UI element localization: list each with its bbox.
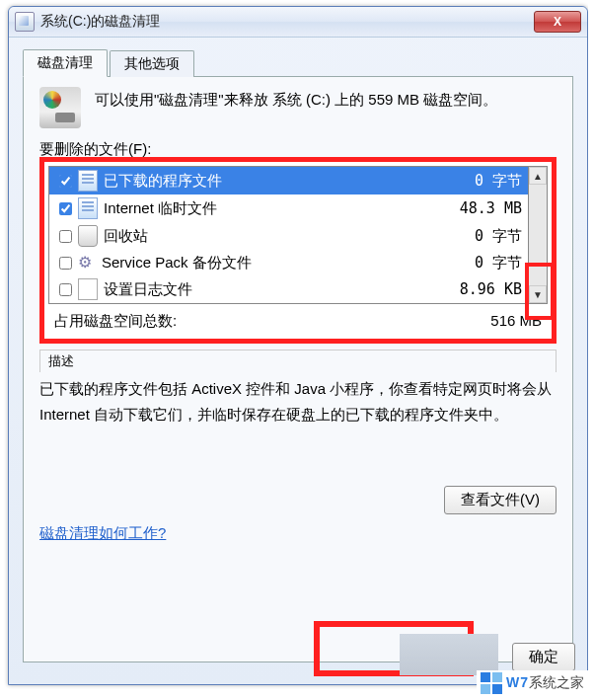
file-row[interactable]: 设置日志文件 8.96 KB	[49, 275, 528, 303]
tab-panel: 可以使用"磁盘清理"来释放 系统 (C:) 上的 559 MB 磁盘空间。 要删…	[23, 76, 573, 662]
file-row[interactable]: 回收站 0 字节	[49, 222, 528, 250]
scrollbar[interactable]: ▲ ▼	[528, 166, 548, 304]
file-size: 48.3 MB	[443, 199, 522, 217]
info-text: 可以使用"磁盘清理"来释放 系统 (C:) 上的 559 MB 磁盘空间。	[95, 87, 497, 113]
service-pack-icon	[78, 253, 96, 272]
crop-overlay	[588, 0, 594, 700]
total-value: 516 MB	[490, 312, 542, 331]
disk-cleanup-icon	[15, 12, 35, 32]
file-name: 回收站	[104, 227, 443, 246]
file-size: 8.96 KB	[443, 280, 522, 298]
info-row: 可以使用"磁盘清理"来释放 系统 (C:) 上的 559 MB 磁盘空间。	[39, 87, 557, 128]
file-row[interactable]: Service Pack 备份文件 0 字节	[49, 250, 528, 275]
file-checkbox[interactable]	[59, 257, 72, 270]
description-text: 已下载的程序文件包括 ActiveX 控件和 Java 小程序，你查看特定网页时…	[39, 376, 557, 427]
how-it-works-link[interactable]: 磁盘清理如何工作?	[39, 524, 166, 541]
file-size: 0 字节	[443, 227, 522, 246]
file-row[interactable]: Internet 临时文件 48.3 MB	[49, 194, 528, 222]
scroll-up-icon[interactable]: ▲	[529, 167, 547, 185]
tab-row: 磁盘清理 其他选项	[23, 47, 573, 77]
program-file-icon	[78, 170, 98, 192]
title-bar[interactable]: 系统(C:)的磁盘清理 X	[9, 7, 587, 38]
log-file-icon	[78, 278, 98, 300]
file-checkbox[interactable]	[59, 202, 72, 215]
tab-other[interactable]: 其他选项	[110, 50, 194, 77]
file-name: Internet 临时文件	[104, 199, 443, 218]
scroll-down-icon[interactable]: ▼	[529, 285, 547, 303]
window-title: 系统(C:)的磁盘清理	[40, 13, 534, 31]
watermark-text: 系统之家	[529, 674, 584, 690]
file-list[interactable]: 已下载的程序文件 0 字节 Internet 临时文件 48.3 MB	[48, 166, 528, 304]
file-checkbox[interactable]	[59, 283, 72, 296]
file-name: 设置日志文件	[104, 280, 443, 299]
file-name: Service Pack 备份文件	[102, 254, 443, 272]
file-size: 0 字节	[443, 254, 522, 272]
watermark-logo-icon	[481, 672, 502, 694]
close-button[interactable]: X	[534, 11, 581, 33]
watermark: W7系统之家	[477, 670, 588, 696]
total-label: 占用磁盘空间总数:	[54, 312, 177, 331]
watermark-brand: W7	[506, 674, 529, 690]
file-row[interactable]: 已下载的程序文件 0 字节	[49, 167, 528, 194]
dialog-window: 系统(C:)的磁盘清理 X 磁盘清理 其他选项 可以使用"磁盘清理"来释放 系统…	[8, 6, 588, 685]
file-name: 已下载的程序文件	[104, 172, 443, 191]
overlay-cover	[400, 634, 498, 675]
view-files-button[interactable]: 查看文件(V)	[444, 486, 557, 514]
file-checkbox[interactable]	[59, 175, 72, 188]
temp-file-icon	[78, 197, 98, 219]
recycle-bin-icon	[78, 225, 98, 247]
drive-icon	[39, 87, 81, 128]
highlight-box-files: 已下载的程序文件 0 字节 Internet 临时文件 48.3 MB	[39, 157, 557, 344]
description-label: 描述	[39, 350, 557, 372]
file-size: 0 字节	[443, 172, 522, 191]
dialog-buttons: 确定	[512, 643, 575, 671]
dialog-content: 磁盘清理 其他选项 可以使用"磁盘清理"来释放 系统 (C:) 上的 559 M…	[9, 38, 587, 685]
file-checkbox[interactable]	[59, 230, 72, 243]
total-row: 占用磁盘空间总数: 516 MB	[44, 304, 552, 339]
tab-cleanup[interactable]: 磁盘清理	[23, 49, 108, 77]
ok-button[interactable]: 确定	[512, 643, 575, 671]
